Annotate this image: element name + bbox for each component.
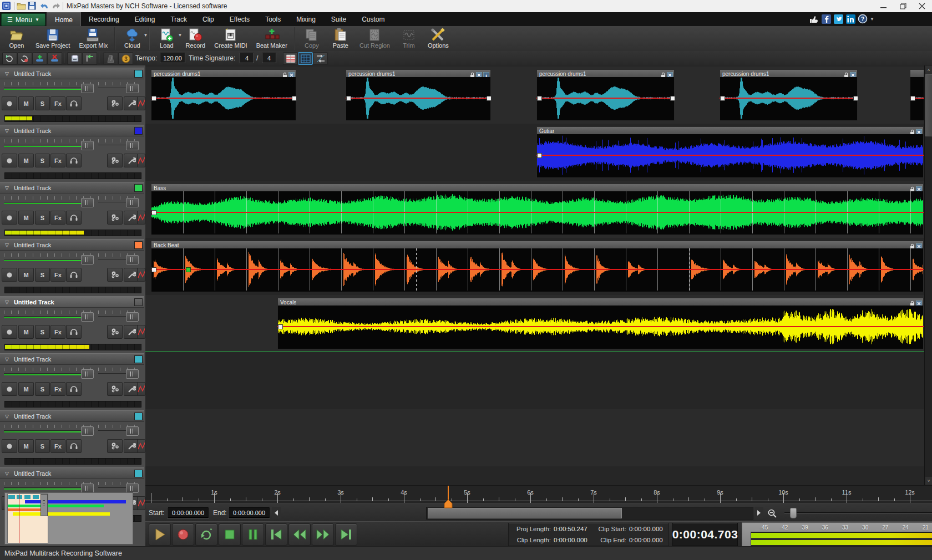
headphones-button[interactable] xyxy=(66,211,82,225)
track-color-chip[interactable] xyxy=(134,241,143,249)
envelope-button[interactable] xyxy=(137,325,145,339)
tab-suite[interactable]: Suite xyxy=(323,12,354,26)
mute-button[interactable]: M xyxy=(18,325,34,339)
envelope-button[interactable] xyxy=(137,439,145,453)
envelope-button[interactable] xyxy=(137,211,145,225)
timeline-lane[interactable] xyxy=(145,352,924,410)
audio-clip[interactable]: percussion drums1 xyxy=(151,69,296,120)
rerecord-clip-icon[interactable] xyxy=(17,52,32,65)
save-icon[interactable] xyxy=(28,2,37,11)
record-arm-button[interactable] xyxy=(2,439,17,453)
chevron-down-icon[interactable]: ▼ xyxy=(870,17,874,22)
save-project-button[interactable]: Save Project xyxy=(31,26,74,51)
tab-tools[interactable]: Tools xyxy=(257,12,288,26)
volume-slider-handle[interactable] xyxy=(81,141,94,150)
tab-editing[interactable]: Editing xyxy=(127,12,163,26)
envelope-button[interactable] xyxy=(137,382,145,396)
audio-clip[interactable]: percussion drums1 xyxy=(536,69,675,120)
envelope-handle[interactable] xyxy=(151,96,156,101)
selection-end-input[interactable]: 0:00:00.000 xyxy=(229,507,270,518)
headphones-button[interactable] xyxy=(66,96,82,110)
reload-clip-icon[interactable] xyxy=(2,52,17,65)
tab-recording[interactable]: Recording xyxy=(81,12,127,26)
horizontal-scrollbar-thumb[interactable] xyxy=(428,508,622,518)
volume-envelope-line[interactable] xyxy=(151,98,296,99)
automation-gears-button[interactable] xyxy=(107,382,123,396)
mute-button[interactable]: M xyxy=(18,211,34,225)
volume-envelope-line[interactable] xyxy=(720,98,858,99)
track-header[interactable]: ▽Untitled Track xyxy=(0,410,144,422)
close-button[interactable] xyxy=(913,0,931,12)
timeline-lane[interactable] xyxy=(145,466,924,485)
add-track-icon[interactable] xyxy=(32,52,47,65)
playhead-marker[interactable] xyxy=(444,499,453,508)
play-button[interactable] xyxy=(149,523,171,546)
solo-button[interactable]: S xyxy=(35,325,50,339)
collapse-icon[interactable]: ▽ xyxy=(5,471,9,476)
undo-icon[interactable] xyxy=(40,2,49,11)
automation-gears-button[interactable] xyxy=(107,211,123,225)
volume-envelope-line[interactable] xyxy=(536,98,675,99)
volume-envelope-line[interactable] xyxy=(151,212,924,213)
open-project-icon[interactable] xyxy=(17,2,26,11)
maximize-button[interactable] xyxy=(894,0,913,12)
envelope-handle[interactable] xyxy=(853,96,858,101)
tab-effects[interactable]: Effects xyxy=(222,12,257,26)
envelope-handle[interactable] xyxy=(346,96,351,101)
track-header[interactable]: ▽Untitled Track xyxy=(0,68,144,79)
track-color-chip[interactable] xyxy=(134,413,143,420)
headphones-button[interactable] xyxy=(66,325,82,339)
audio-clip[interactable]: Vocals xyxy=(277,298,924,349)
selection-start-input[interactable]: 0:00:00.000 xyxy=(168,507,209,518)
export-mix-button[interactable]: Export Mix xyxy=(74,26,112,51)
scroll-left-icon[interactable] xyxy=(272,507,281,518)
record-arm-button[interactable] xyxy=(2,96,17,110)
redo-icon[interactable] xyxy=(51,2,60,11)
skip-end-button[interactable] xyxy=(335,523,357,546)
twitter-icon[interactable] xyxy=(833,14,843,24)
volume-slider-handle[interactable] xyxy=(81,426,94,436)
collapse-icon[interactable]: ▽ xyxy=(5,414,9,419)
minimize-button[interactable] xyxy=(874,0,893,12)
collapse-icon[interactable]: ▽ xyxy=(5,128,9,134)
volume-slider-handle[interactable] xyxy=(81,84,94,93)
create-midi-button[interactable]: Create MIDI xyxy=(210,26,251,51)
track-color-chip[interactable] xyxy=(134,184,143,192)
open-button[interactable]: Open xyxy=(2,26,31,51)
solo-button[interactable]: S xyxy=(35,382,50,396)
scroll-right-icon[interactable] xyxy=(754,507,763,518)
collapse-icon[interactable]: ▽ xyxy=(5,357,9,362)
stop-button[interactable] xyxy=(219,523,241,546)
pan-slider-handle[interactable] xyxy=(126,84,139,93)
volume-envelope-line[interactable] xyxy=(277,326,924,327)
collapse-icon[interactable]: ▽ xyxy=(5,299,9,305)
record-arm-button[interactable] xyxy=(2,325,17,339)
fx-button[interactable]: Fx xyxy=(50,96,65,110)
load-button[interactable]: Load▼ xyxy=(152,26,181,51)
fx-button[interactable]: Fx xyxy=(50,211,65,225)
solo-button[interactable]: S xyxy=(35,154,50,167)
scroll-down-icon[interactable]: ˅ xyxy=(925,477,932,485)
skip-start-button[interactable] xyxy=(265,523,287,546)
fx-button[interactable]: Fx xyxy=(50,325,65,339)
pan-slider-handle[interactable] xyxy=(126,255,139,264)
fx-button[interactable]: Fx xyxy=(50,382,65,396)
record-arm-button[interactable] xyxy=(2,154,17,167)
record-arm-button[interactable] xyxy=(2,268,17,282)
loop-button[interactable] xyxy=(195,523,217,546)
audio-clip[interactable]: Gutiar xyxy=(536,126,924,177)
countdown-icon[interactable]: 3 xyxy=(118,52,133,65)
envelope-handle[interactable] xyxy=(487,96,492,101)
volume-slider-handle[interactable] xyxy=(81,483,94,493)
vertical-scrollbar-thumb[interactable] xyxy=(925,74,932,136)
menu-button[interactable]: ☰ Menu ▼ xyxy=(1,13,45,26)
audio-clip[interactable]: Bass xyxy=(151,184,924,235)
pan-slider-handle[interactable] xyxy=(126,483,139,493)
solo-button[interactable]: S xyxy=(35,211,50,225)
record-button[interactable] xyxy=(172,523,194,546)
like-icon[interactable] xyxy=(809,14,819,24)
facebook-icon[interactable] xyxy=(821,14,831,24)
linkedin-icon[interactable] xyxy=(845,14,855,24)
record-arm-button[interactable] xyxy=(2,382,17,396)
track-header[interactable]: ▽Untitled Track xyxy=(0,467,144,479)
